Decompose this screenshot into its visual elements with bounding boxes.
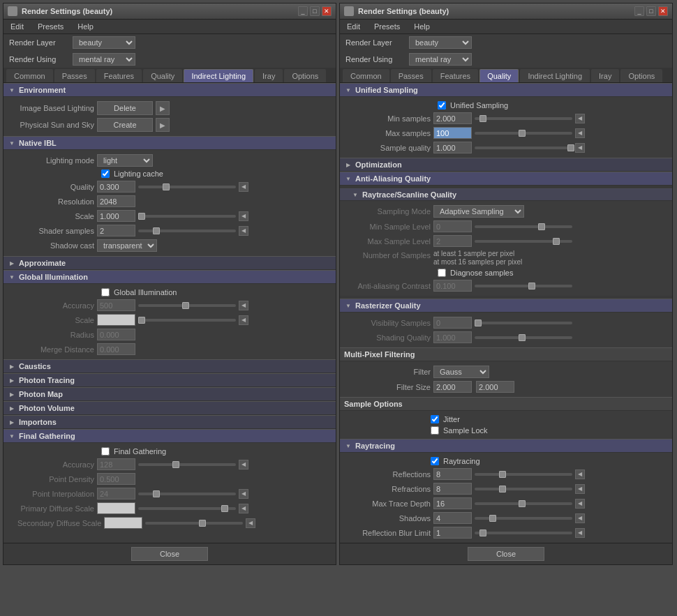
min-samples-input[interactable] xyxy=(433,112,472,124)
scroll-area-right[interactable]: ▼ Unified Sampling Unified Sampling Min … xyxy=(340,83,672,543)
tab-indirect-lighting-right[interactable]: Indirect Lighting xyxy=(520,69,590,82)
sample-quality-end[interactable]: ◀ xyxy=(575,143,585,153)
scale-slider-end-ibl[interactable]: ◀ xyxy=(239,211,248,221)
visibility-samples-slider[interactable] xyxy=(475,322,572,324)
sample-quality-slider[interactable] xyxy=(475,147,572,149)
render-layer-dropdown-right[interactable]: beauty xyxy=(409,36,472,49)
max-trace-depth-end[interactable]: ◀ xyxy=(575,499,585,509)
gi-accuracy-input[interactable] xyxy=(97,299,135,311)
raytrace-sub-header[interactable]: ▼ Raytrace/Scanline Quality xyxy=(340,188,672,201)
fg-point-density-input[interactable] xyxy=(97,473,135,485)
maximize-button-right[interactable]: □ xyxy=(646,6,656,16)
shader-samples-input[interactable] xyxy=(97,225,135,236)
refractions-input[interactable] xyxy=(433,483,472,495)
rasterizer-header[interactable]: ▼ Rasterizer Quality xyxy=(340,299,672,313)
aa-contrast-input[interactable] xyxy=(433,280,472,292)
shader-samples-slider[interactable] xyxy=(138,230,236,232)
tab-passes-left[interactable]: Passes xyxy=(54,69,95,82)
lighting-cache-checkbox[interactable] xyxy=(101,170,110,178)
render-using-dropdown-right[interactable]: mental ray xyxy=(409,53,472,66)
filter-size-x-input[interactable] xyxy=(433,381,472,393)
aa-quality-header[interactable]: ▼ Anti-Aliasing Quality xyxy=(340,172,672,186)
shadows-slider[interactable] xyxy=(475,517,572,520)
fg-primary-diffuse-input[interactable] xyxy=(97,502,135,514)
fg-secondary-diffuse-end[interactable]: ◀ xyxy=(246,518,255,528)
aa-contrast-slider[interactable] xyxy=(475,285,572,287)
quality-input-left[interactable] xyxy=(97,181,135,193)
tab-common-left[interactable]: Common xyxy=(6,69,53,82)
close-x-button-right[interactable]: ✕ xyxy=(658,6,668,16)
reflections-slider[interactable] xyxy=(475,473,572,476)
close-x-button-left[interactable]: ✕ xyxy=(322,6,332,16)
fg-secondary-diffuse-slider[interactable] xyxy=(145,522,243,525)
tab-iray-left[interactable]: Iray xyxy=(255,69,283,82)
render-using-dropdown-left[interactable]: mental ray xyxy=(73,53,135,66)
max-samples-input[interactable] xyxy=(433,127,472,139)
tab-iray-right[interactable]: Iray xyxy=(591,69,619,82)
menu-help-left[interactable]: Help xyxy=(75,21,96,32)
fg-enabled-checkbox[interactable] xyxy=(101,447,110,456)
shading-quality-input[interactable] xyxy=(433,331,472,343)
close-button-right[interactable]: Close xyxy=(468,547,544,561)
reflections-input[interactable] xyxy=(433,468,472,480)
lighting-mode-dropdown[interactable]: light xyxy=(97,154,153,167)
sample-quality-input[interactable] xyxy=(433,142,472,153)
gi-merge-input[interactable] xyxy=(97,343,135,355)
min-samples-slider[interactable] xyxy=(475,117,572,120)
sample-options-header[interactable]: Sample Options xyxy=(340,397,672,411)
max-sample-level-input[interactable] xyxy=(433,235,472,247)
tab-indirect-lighting-left[interactable]: Indirect Lighting xyxy=(184,69,253,82)
refractions-end[interactable]: ◀ xyxy=(575,484,585,494)
max-trace-depth-slider[interactable] xyxy=(475,502,572,505)
fg-point-interp-input[interactable] xyxy=(97,488,135,499)
gi-enabled-checkbox[interactable] xyxy=(101,288,110,296)
gi-section-header[interactable]: ▼ Global Illumination xyxy=(3,270,336,284)
tab-quality-right[interactable]: Quality xyxy=(479,69,519,82)
close-button-left[interactable]: Close xyxy=(131,547,208,561)
tab-options-left[interactable]: Options xyxy=(284,69,326,82)
tab-options-right[interactable]: Options xyxy=(620,69,662,82)
menu-edit-left[interactable]: Edit xyxy=(8,21,27,32)
shadows-end[interactable]: ◀ xyxy=(575,513,585,523)
photon-volume-header[interactable]: ▶ Photon Volume xyxy=(3,401,336,415)
fg-accuracy-end[interactable]: ◀ xyxy=(239,460,248,469)
scale-input-ibl[interactable] xyxy=(97,210,135,222)
gi-accuracy-slider[interactable] xyxy=(138,304,236,307)
filter-size-y-input[interactable] xyxy=(476,381,514,393)
min-sample-level-input[interactable] xyxy=(433,220,472,232)
fg-section-header[interactable]: ▼ Final Gathering xyxy=(3,429,336,443)
multi-pixel-header[interactable]: Multi-Pixel Filtering xyxy=(340,347,672,361)
fg-secondary-diffuse-input[interactable] xyxy=(104,517,142,529)
optimization-header[interactable]: ▶ Optimization xyxy=(340,158,672,172)
gi-scale-end[interactable]: ◀ xyxy=(239,315,248,325)
fg-accuracy-input[interactable] xyxy=(97,458,135,470)
minimize-button-right[interactable]: _ xyxy=(634,6,644,16)
fg-point-interp-end[interactable]: ◀ xyxy=(239,489,248,499)
unified-enabled-checkbox[interactable] xyxy=(438,101,446,110)
max-samples-end[interactable]: ◀ xyxy=(575,128,585,138)
physical-sun-create-btn[interactable]: Create xyxy=(97,118,153,132)
image-lighting-icon-btn[interactable]: ▶ xyxy=(156,101,170,115)
photon-tracing-header[interactable]: ▶ Photon Tracing xyxy=(3,373,336,387)
max-sample-level-slider[interactable] xyxy=(475,240,572,243)
reflection-blur-end[interactable]: ◀ xyxy=(575,528,585,538)
filter-dropdown[interactable]: Gauss xyxy=(433,366,489,378)
minimize-button-left[interactable]: _ xyxy=(298,6,308,16)
render-layer-dropdown-left[interactable]: beauty xyxy=(73,36,135,49)
tab-common-right[interactable]: Common xyxy=(343,69,389,82)
fg-primary-diffuse-end[interactable]: ◀ xyxy=(239,504,248,513)
shadows-input[interactable] xyxy=(433,512,472,524)
menu-help-right[interactable]: Help xyxy=(411,21,433,32)
reflections-end[interactable]: ◀ xyxy=(575,469,585,479)
reflection-blur-slider[interactable] xyxy=(475,532,572,534)
raytracing-enabled-checkbox[interactable] xyxy=(431,457,439,465)
importons-header[interactable]: ▶ Importons xyxy=(3,415,336,429)
reflection-blur-input[interactable] xyxy=(433,527,472,539)
menu-presets-left[interactable]: Presets xyxy=(35,21,66,32)
tab-passes-right[interactable]: Passes xyxy=(391,69,431,82)
min-samples-end[interactable]: ◀ xyxy=(575,114,585,123)
max-samples-slider[interactable] xyxy=(475,132,572,135)
fg-primary-diffuse-slider[interactable] xyxy=(138,507,236,510)
tab-features-left[interactable]: Features xyxy=(96,69,142,82)
photon-map-header[interactable]: ▶ Photon Map xyxy=(3,387,336,401)
